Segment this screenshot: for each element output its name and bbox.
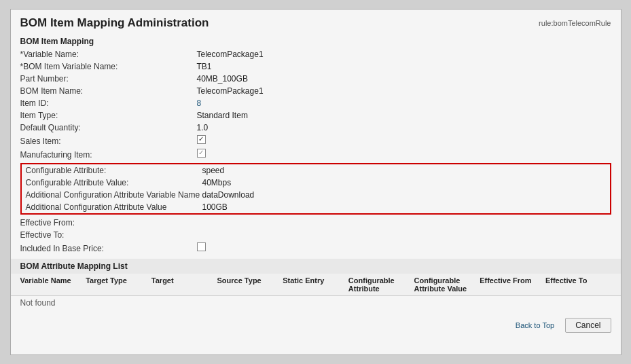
- col-target-type: Target Type: [86, 276, 151, 293]
- configurable-attr-value-val: 40Mbps: [202, 178, 232, 187]
- item-id-label: Item ID:: [20, 98, 197, 108]
- col-source-type: Source Type: [217, 276, 283, 293]
- default-qty-row: Default Quantity: 1.0: [20, 122, 611, 134]
- part-number-value: 40MB_100GB: [197, 74, 248, 84]
- bom-item-name-row: BOM Item Name: TelecomPackage1: [20, 85, 611, 97]
- part-number-label: Part Number:: [20, 74, 197, 84]
- sales-item-checkbox[interactable]: [197, 135, 206, 144]
- additional-config-var-value: dataDownload: [202, 190, 255, 200]
- cancel-button[interactable]: Cancel: [565, 318, 611, 333]
- col-variable-name: Variable Name: [20, 276, 86, 293]
- configurable-attr-value: speed: [202, 166, 225, 175]
- bom-item-section: BOM Item Mapping *Variable Name: Telecom…: [11, 34, 621, 255]
- col-target: Target: [151, 276, 217, 293]
- configurable-attr-label: Configurable Attribute:: [26, 166, 202, 175]
- col-effective-from: Effective From: [480, 276, 545, 293]
- additional-config-var-row: Additional Configuration Attribute Varia…: [22, 189, 610, 201]
- sales-item-label: Sales Item:: [20, 136, 197, 146]
- additional-config-val-label: Additional Configuration Attribute Value: [26, 202, 202, 212]
- back-to-top-link[interactable]: Back to Top: [516, 321, 554, 329]
- item-type-row: Item Type: Standard Item: [20, 109, 611, 122]
- rule-label: rule:bomTelecomRule: [539, 19, 611, 27]
- included-base-price-label: Included In Base Price:: [20, 244, 197, 253]
- col-effective-to: Effective To: [545, 276, 611, 293]
- effective-from-row: Effective From:: [20, 217, 611, 229]
- variable-name-value: TelecomPackage1: [197, 50, 264, 59]
- bom-item-variable-row: *BOM Item Variable Name: TB1: [20, 60, 611, 73]
- additional-config-val-value: 100GB: [202, 202, 228, 212]
- included-base-price-checkbox[interactable]: [197, 242, 206, 251]
- highlighted-attributes-block: Configurable Attribute: speed Configurab…: [20, 163, 611, 215]
- item-id-row: Item ID: 8: [20, 97, 611, 109]
- bom-item-section-title: BOM Item Mapping: [20, 34, 611, 48]
- default-qty-label: Default Quantity:: [20, 123, 197, 132]
- manufacturing-item-row: Manufacturing Item:: [20, 147, 611, 161]
- effective-to-row: Effective To:: [20, 229, 611, 241]
- included-base-price-row: Included In Base Price:: [20, 241, 611, 255]
- col-configurable-attribute-value: Configurable Attribute Value: [414, 276, 480, 293]
- item-type-label: Item Type:: [20, 111, 197, 120]
- bom-item-variable-value: TB1: [197, 62, 212, 71]
- manufacturing-item-checkbox[interactable]: [197, 149, 206, 158]
- bom-item-name-value: TelecomPackage1: [197, 86, 264, 96]
- item-type-value: Standard Item: [197, 111, 248, 120]
- bom-item-name-label: BOM Item Name:: [20, 86, 197, 96]
- configurable-attr-value-row: Configurable Attribute Value: 40Mbps: [22, 177, 610, 189]
- page-footer: Back to Top Cancel: [11, 312, 621, 338]
- page-header: BOM Item Mapping Administration rule:bom…: [11, 10, 621, 34]
- manufacturing-item-label: Manufacturing Item:: [20, 150, 197, 160]
- bom-attribute-section-title: BOM Attribute Mapping List: [11, 259, 621, 274]
- variable-name-row: *Variable Name: TelecomPackage1: [20, 48, 611, 60]
- variable-name-label: *Variable Name:: [20, 50, 197, 59]
- additional-config-var-label: Additional Configuration Attribute Varia…: [26, 190, 202, 200]
- additional-config-val-row: Additional Configuration Attribute Value…: [22, 201, 610, 213]
- effective-from-label: Effective From:: [20, 218, 197, 228]
- col-static-entry: Static Entry: [283, 276, 348, 293]
- page-title: BOM Item Mapping Administration: [20, 16, 209, 30]
- item-id-value[interactable]: 8: [197, 98, 202, 108]
- main-window: BOM Item Mapping Administration rule:bom…: [10, 9, 621, 355]
- table-empty-message: Not found: [11, 296, 621, 310]
- col-configurable-attribute: Configurable Attribute: [348, 276, 414, 293]
- sales-item-row: Sales Item:: [20, 134, 611, 147]
- default-qty-value: 1.0: [197, 123, 209, 132]
- effective-to-label: Effective To:: [20, 230, 197, 240]
- bom-item-variable-label: *BOM Item Variable Name:: [20, 62, 197, 71]
- configurable-attr-row: Configurable Attribute: speed: [22, 164, 610, 177]
- table-header: Variable Name Target Type Target Source …: [11, 274, 621, 296]
- configurable-attr-value-label: Configurable Attribute Value:: [26, 178, 202, 187]
- part-number-row: Part Number: 40MB_100GB: [20, 73, 611, 85]
